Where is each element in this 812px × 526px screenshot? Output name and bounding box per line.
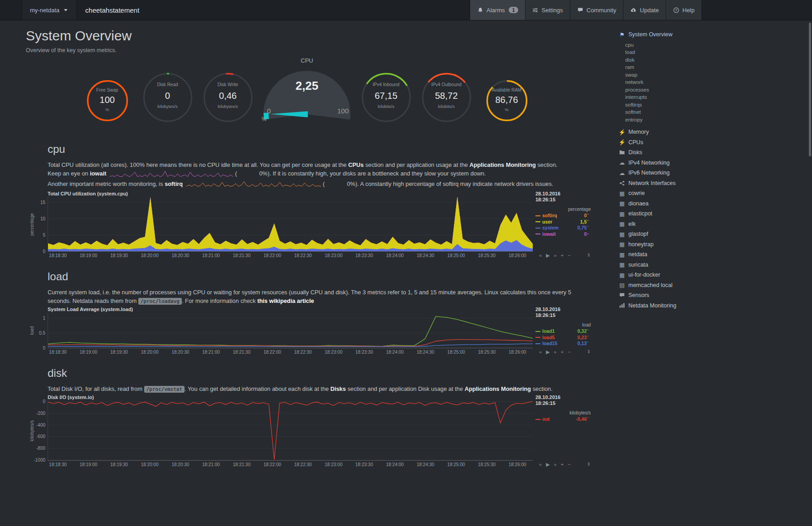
sidebar-item-label: network: [625, 79, 643, 85]
sidebar-item-disk[interactable]: disk: [619, 56, 812, 64]
sidebar-item-system-overview[interactable]: ⚑System Overview: [619, 29, 812, 40]
sidebar-item-interrupts[interactable]: interrupts: [619, 93, 812, 101]
sidebar-item-load[interactable]: load: [619, 49, 812, 56]
sidebar-item-sensors[interactable]: Sensors: [619, 290, 812, 301]
legend-row-load1[interactable]: load10,32ˆ: [535, 328, 591, 335]
x-tick-label: 18:26:00: [509, 462, 526, 467]
sidebar-item-suricata[interactable]: ▦suricata: [619, 260, 812, 270]
legend-row-load15[interactable]: load150,13ˆ: [535, 341, 591, 347]
legend-row-system[interactable]: system0,75ˇ: [535, 225, 591, 231]
sidebar-item-disks[interactable]: Disks: [619, 147, 812, 158]
sidebar-item-cpus[interactable]: ⚡CPUs: [619, 137, 812, 148]
resize-handle-icon[interactable]: ⇕: [587, 462, 591, 468]
x-tick-label: 18:25:00: [447, 253, 465, 258]
sidebar-item-network-interfaces[interactable]: Network Interfaces: [619, 178, 812, 189]
x-tick-label: 18:19:30: [110, 462, 128, 467]
gauge-cpu[interactable]: CPU2,250100%: [258, 69, 356, 138]
nav-item-update[interactable]: Update: [623, 0, 666, 20]
sidebar-item-ipv4-networking[interactable]: ☁IPv4 Networking: [619, 158, 812, 168]
gauge-free-swap[interactable]: Free Swap100%: [77, 69, 137, 138]
play-icon[interactable]: ▶: [546, 462, 549, 468]
resize-handle-icon[interactable]: ⇕: [587, 349, 591, 355]
bolt-icon: ⚡: [619, 139, 625, 146]
legend-row-softirq[interactable]: softirq0ˇ: [535, 213, 591, 219]
cpu-section: cpu Total CPU utilization (all cores). 1…: [48, 142, 613, 259]
sidebar-item-softirqs[interactable]: softirqs: [619, 101, 812, 109]
nav-item-settings[interactable]: Settings: [525, 0, 570, 20]
sidebar-item-swap[interactable]: swap: [619, 71, 812, 79]
page-scrollbar[interactable]: [809, 23, 811, 156]
sidebar-item-cowrie[interactable]: ▦cowrie: [619, 188, 812, 199]
sidebar-item-netdata-monitoring[interactable]: Netdata Monitoring: [619, 301, 812, 311]
sidebar-item-dionaea[interactable]: ▦dionaea: [619, 199, 812, 209]
pan-backward-icon[interactable]: «: [539, 349, 542, 355]
play-icon[interactable]: ▶: [546, 349, 549, 355]
gauge-ipv4-outbound[interactable]: IPv4 Outbound58,72kilobits/s: [416, 69, 477, 138]
sidebar-item-label: ram: [625, 64, 634, 70]
sidebar-item-cpu[interactable]: cpu: [619, 41, 812, 49]
zoom-in-icon[interactable]: +: [561, 253, 564, 258]
disk-chart-plot[interactable]: kilobytes/s0-200-400-600-800-1000: [48, 401, 533, 461]
gauge-available-ram[interactable]: Available RAM86,76%: [477, 69, 537, 138]
x-tick-label: 18:22:00: [263, 350, 281, 355]
pan-backward-icon[interactable]: «: [539, 253, 542, 258]
sidebar-item-softnet[interactable]: softnet: [619, 108, 812, 116]
gauge-ipv4-inbound[interactable]: IPv4 Inbound67,15kilobits/s: [356, 69, 416, 138]
sidebar-item-label: Memory: [628, 129, 649, 135]
legend-row-user[interactable]: user1,5ˇ: [535, 219, 591, 225]
legend-series-name: system: [542, 225, 559, 231]
sidebar-item-honeytrap[interactable]: ▦honeytrap: [619, 239, 812, 250]
gauge-cpu-min: 0: [267, 107, 271, 115]
sidebar-item-ui-for-docker[interactable]: ▦ui-for-docker: [619, 270, 812, 280]
legend-row-out[interactable]: out-0,46ˇ: [535, 416, 591, 423]
sidebar-item-ipv6-networking[interactable]: ☁IPv6 Networking: [619, 168, 812, 178]
cpu-chart-plot[interactable]: percentage051015: [48, 197, 533, 252]
legend-row-iowait[interactable]: iowait0‹: [535, 231, 591, 238]
x-tick-label: 18:22:30: [294, 350, 312, 355]
x-tick-label: 18:19:00: [80, 253, 97, 258]
gauge-label: IPv4 Outbound: [416, 82, 477, 87]
nav-item-alarms[interactable]: Alarms1: [470, 0, 525, 20]
sidebar-item-glastopf[interactable]: ▦glastopf: [619, 229, 812, 239]
sidebar-item-elk[interactable]: ▦elk: [619, 219, 812, 229]
sidebar-item-netdata[interactable]: ▦netdata: [619, 249, 812, 260]
zoom-out-icon[interactable]: −: [568, 253, 570, 258]
legend-series-caret: ˇ: [587, 225, 591, 231]
gauge-label: Free Swap: [77, 88, 137, 93]
sidebar-item-processes[interactable]: processes: [619, 86, 812, 94]
wikipedia-link[interactable]: this wikipedia article: [257, 297, 314, 304]
zoom-in-icon[interactable]: +: [561, 349, 564, 355]
page-subtitle: Overview of the key system metrics.: [26, 47, 613, 54]
gauge-disk-write[interactable]: Disk Write0,46kilobytes/s: [198, 69, 258, 138]
pan-backward-icon[interactable]: «: [539, 462, 542, 468]
sidebar-item-memcached-local[interactable]: ▤memcached local: [619, 280, 812, 291]
pan-forward-icon[interactable]: »: [554, 462, 557, 468]
sidebar-item-ram[interactable]: ram: [619, 63, 812, 71]
zoom-in-icon[interactable]: +: [561, 462, 564, 468]
zoom-out-icon[interactable]: −: [568, 462, 570, 468]
text-run: Total CPU utilization (all cores). 100% …: [48, 161, 348, 168]
legend-date: 28.10.2016: [535, 307, 591, 312]
resize-handle-icon[interactable]: ⇕: [587, 253, 591, 258]
sidebar-item-label: IPv4 Networking: [628, 160, 670, 166]
play-icon[interactable]: ▶: [546, 253, 549, 258]
legend-row-load5[interactable]: load50,23ˆ: [535, 335, 591, 341]
gauge-disk-read[interactable]: Disk Read0kilobytes/s: [137, 69, 198, 138]
nav-item-help[interactable]: ?Help: [666, 0, 701, 20]
disk-chart-legend: 28.10.201618:26:15kilobytes/sout-0,46ˇ«▶…: [535, 394, 591, 468]
grid-icon: ▦: [619, 231, 625, 238]
sidebar-item-memory[interactable]: ⚡Memory: [619, 127, 812, 137]
sidebar-item-elasticpot[interactable]: ▦elasticpot: [619, 209, 812, 219]
legend-series-value: 0: [584, 231, 587, 238]
pan-forward-icon[interactable]: »: [554, 349, 557, 355]
pan-forward-icon[interactable]: »: [554, 253, 557, 258]
zoom-out-icon[interactable]: −: [568, 349, 570, 355]
sidebar-item-entropy[interactable]: entropy: [619, 116, 812, 124]
load-chart-plot[interactable]: load00.51: [48, 313, 533, 348]
x-tick-label: 18:24:00: [386, 350, 404, 355]
grid-icon: ▦: [619, 241, 625, 248]
legend-series-dash: [535, 331, 540, 332]
sidebar-item-network[interactable]: network: [619, 78, 812, 86]
nav-item-community[interactable]: Community: [570, 0, 623, 20]
my-netdata-dropdown[interactable]: my-netdata: [22, 0, 77, 20]
